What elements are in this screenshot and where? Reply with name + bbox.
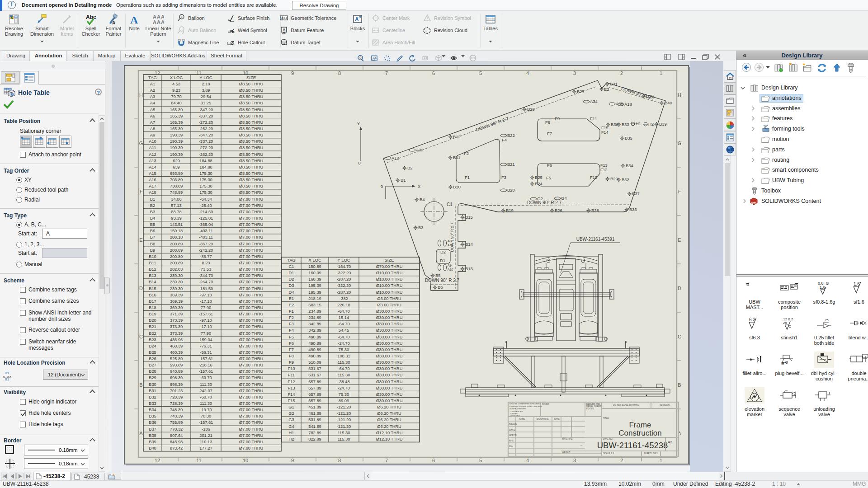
svg-text:Ø7.00 THRU: Ø7.00 THRU [239,395,264,399]
svg-text:B20: B20 [507,188,515,192]
svg-text:H1: H1 [289,431,294,435]
svg-text:B10: B10 [453,184,461,189]
svg-text:Ø30.00 THRU: Ø30.00 THRU [376,360,403,365]
svg-text:B1: B1 [150,197,155,202]
svg-text:371.39: 371.39 [170,312,183,316]
svg-text:TAG: TAG [287,258,296,263]
svg-text:B2: B2 [407,165,413,170]
svg-text:Ø7.00 THRU: Ø7.00 THRU [239,299,264,304]
svg-text:UBW-21161-45391: UBW-21161-45391 [576,237,615,242]
svg-text:Ø7.00 THRU: Ø7.00 THRU [239,331,264,336]
svg-text:A: A [139,431,143,436]
svg-text:Ø8.50 THRU: Ø8.50 THRU [239,145,264,150]
svg-text:A14: A14 [149,165,156,169]
svg-text:-157.61: -157.61 [199,369,213,374]
svg-text:A11: A11 [149,145,156,150]
svg-text:490.89: 490.89 [308,335,321,339]
svg-text:G: G [139,141,143,146]
svg-text:FINISH:: FINISH: [542,403,549,405]
svg-text:Ø7.00 THRU: Ø7.00 THRU [239,203,264,208]
svg-text:G: G [678,141,682,146]
svg-text:A34: A34 [590,99,598,104]
svg-text:B3: B3 [418,225,424,230]
svg-text:-157.61: -157.61 [199,420,213,425]
svg-text:F11: F11 [590,116,597,121]
svg-text:2.18: 2.18 [202,82,210,86]
svg-text:B9: B9 [150,248,155,253]
svg-text:8.23: 8.23 [202,261,210,265]
svg-text:-262.20: -262.20 [199,152,213,157]
svg-text:-157.61: -157.61 [199,357,213,361]
svg-text:A9: A9 [150,133,155,137]
svg-text:Ø30.00 THRU: Ø30.00 THRU [376,373,403,377]
svg-text:25: 25 [783,321,787,325]
svg-text:F6: F6 [289,341,294,346]
svg-text:F8: F8 [289,354,294,358]
svg-text:1: 1 [660,70,662,76]
svg-text:B40: B40 [149,446,156,450]
svg-text:F11: F11 [288,373,295,377]
svg-text:B8: B8 [150,242,155,246]
svg-text:B27: B27 [577,89,585,94]
svg-text:190.39: 190.39 [170,139,183,144]
svg-text:93.39: 93.39 [171,216,181,221]
svg-text:698.39: 698.39 [170,375,183,380]
svg-text:373.39: 373.39 [170,331,183,336]
svg-text:239.30: 239.30 [170,280,183,284]
svg-text:-97.10: -97.10 [200,318,212,323]
svg-text:165.39: 165.39 [170,108,183,112]
svg-text:A32: A32 [416,147,424,152]
svg-text:G2: G2 [288,411,294,416]
svg-text:-181.50: -181.50 [199,286,213,291]
svg-text:F4: F4 [502,137,507,142]
svg-text:770.32: 770.32 [170,427,183,432]
svg-text:F1: F1 [289,309,294,314]
svg-text:Ø30.00 THRU: Ø30.00 THRU [376,354,403,358]
svg-text:Ø7.00 THRU: Ø7.00 THRU [239,293,264,297]
svg-text:-64.70: -64.70 [338,335,349,339]
svg-text:Ø8.50 THRU: Ø8.50 THRU [239,178,264,182]
svg-text:31.25: 31.25 [201,101,211,105]
svg-text:F13: F13 [288,386,295,390]
svg-text:DRAWN: DRAWN [509,423,517,426]
svg-text:5: 5 [479,70,482,76]
svg-text:77.90: 77.90 [201,331,211,336]
svg-text:373.39: 373.39 [170,318,183,323]
svg-text:-121.20: -121.20 [337,411,351,416]
svg-text:460.39: 460.39 [170,350,183,355]
svg-text:F5: F5 [546,175,551,180]
svg-text:807.64: 807.64 [170,433,183,438]
svg-text:EDGES: EDGES [586,408,594,410]
svg-text:-56.31: -56.31 [200,350,212,355]
svg-text:F5: F5 [289,335,294,339]
svg-text:184.88: 184.88 [199,165,212,169]
svg-text:F12: F12 [600,168,608,172]
svg-text:G4: G4 [561,196,567,201]
svg-text:B16: B16 [149,293,156,297]
svg-text:Ø7.00 THRU: Ø7.00 THRU [239,382,264,387]
svg-text:DOWN 90° R 2.7: DOWN 90° R 2.7 [450,222,454,252]
svg-text:Ø8.50 THRU: Ø8.50 THRU [239,88,264,93]
svg-text:-24.70: -24.70 [338,386,349,390]
svg-text:SURFACE FINISH:: SURFACE FINISH: [509,408,526,410]
svg-text:A2: A2 [668,440,672,444]
svg-text:Ø30.00 THRU: Ø30.00 THRU [376,386,403,390]
svg-text:6: 6 [432,70,435,76]
svg-text:B10: B10 [149,254,156,259]
svg-text:DWG. NO.: DWG. NO. [603,438,613,440]
svg-text:201.21: 201.21 [199,433,212,438]
svg-text:531.89: 531.89 [308,418,321,422]
svg-text:175.30: 175.30 [199,171,212,176]
svg-text:369.39: 369.39 [170,299,183,304]
svg-text:Ø7.00 THRU: Ø7.00 THRU [239,318,264,323]
svg-text:640.89: 640.89 [170,369,183,374]
svg-text:F9: F9 [289,360,294,365]
svg-text:202.03: 202.03 [170,267,183,272]
svg-text:216.16: 216.16 [199,363,212,367]
svg-text:490.89: 490.89 [308,354,321,358]
svg-text:Ø8.50 THRU: Ø8.50 THRU [239,108,264,112]
svg-text:631.67: 631.67 [308,366,321,371]
svg-text:B40: B40 [665,100,672,105]
svg-text:F2: F2 [464,151,469,156]
svg-text:B38: B38 [646,94,654,99]
